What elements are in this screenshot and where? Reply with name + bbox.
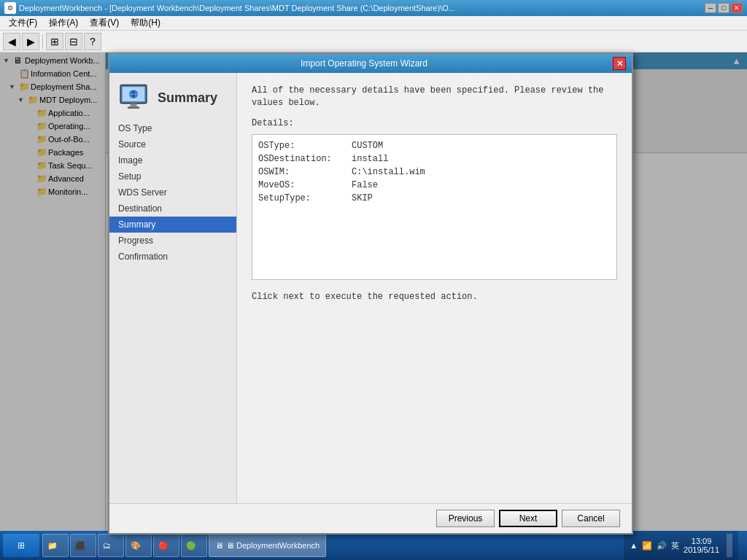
- lang-indicator[interactable]: 英: [671, 540, 679, 551]
- network-icon: 📶: [642, 541, 652, 551]
- detail-value: C:\install.wim: [352, 167, 425, 177]
- menu-bar: 文件(F) 操作(A) 查看(V) 帮助(H): [0, 16, 747, 31]
- menu-view[interactable]: 查看(V): [84, 15, 125, 31]
- dialog-nav-setup[interactable]: Setup: [109, 168, 236, 184]
- new-button[interactable]: ⊞: [46, 33, 63, 50]
- detail-value: install: [352, 154, 388, 164]
- app-icon2: 🟢: [186, 541, 196, 551]
- previous-button[interactable]: Previous: [436, 510, 495, 527]
- folder-icon: 📁: [47, 541, 58, 551]
- forward-button[interactable]: ▶: [22, 33, 39, 50]
- tray-arrow[interactable]: ▲: [630, 541, 638, 550]
- dialog-footer: Previous Next Cancel: [109, 503, 632, 533]
- dialog-nav-summary[interactable]: Summary: [109, 217, 236, 233]
- dialog-nav-os-type[interactable]: OS Type: [109, 120, 236, 136]
- detail-key: OSType:: [258, 141, 346, 151]
- window-controls: ─ □ ✕: [705, 3, 743, 13]
- system-tray: ▲ 📶 🔊 英 13:09 2019/5/11: [624, 531, 738, 560]
- toolbar: ◀ ▶ ⊞ ⊟ ?: [0, 31, 747, 52]
- start-button[interactable]: ⊞: [3, 534, 39, 557]
- time-display: 13:09: [684, 537, 719, 545]
- details-box: OSType: CUSTOM OSDestination: install OS…: [252, 134, 617, 280]
- taskbar-paint[interactable]: 🎨: [125, 534, 152, 557]
- taskbar-items: 📁 ⬛ 🗂 🎨 🔴 🟢 🖥 🖥 DeploymentWorkbench: [42, 534, 326, 557]
- dialog-nav-header: Summary: [109, 79, 236, 120]
- title-bar: ⚙ DeploymentWorkbench - [Deployment Work…: [0, 0, 747, 16]
- dialog-title-bar: Import Operating System Wizard ✕: [109, 54, 632, 73]
- detail-row-setuptype: SetupType: SKIP: [258, 193, 611, 203]
- restore-button[interactable]: □: [718, 3, 729, 13]
- detail-key: OSWIM:: [258, 167, 346, 177]
- show-desktop-btn[interactable]: [727, 534, 732, 557]
- explorer-icon: 🗂: [103, 541, 111, 550]
- detail-value: False: [352, 180, 378, 190]
- menu-action[interactable]: 操作(A): [43, 15, 84, 31]
- detail-row-moveos: MoveOS: False: [258, 180, 611, 190]
- taskbar-powershell[interactable]: ⬛: [70, 534, 96, 557]
- cancel-button[interactable]: Cancel: [562, 510, 620, 527]
- close-button[interactable]: ✕: [731, 3, 743, 13]
- dialog-title: Import Operating System Wizard: [115, 58, 613, 69]
- minimize-button[interactable]: ─: [705, 3, 716, 13]
- import-os-dialog: Import Operating System Wizard ✕: [108, 52, 633, 534]
- detail-row-ostype: OSType: CUSTOM: [258, 141, 611, 151]
- help-button[interactable]: ?: [84, 33, 101, 50]
- volume-icon: 🔊: [657, 541, 667, 551]
- taskbar-app1[interactable]: 🔴: [153, 534, 179, 557]
- paint-icon: 🎨: [131, 541, 141, 551]
- detail-value: SKIP: [352, 193, 373, 203]
- menu-file[interactable]: 文件(F): [3, 15, 43, 31]
- svg-rect-5: [131, 104, 137, 107]
- toolbar-separator: [42, 34, 43, 49]
- terminal-icon: ⬛: [75, 541, 85, 551]
- taskbar-app2[interactable]: 🟢: [181, 534, 207, 557]
- detail-row-osdest: OSDestination: install: [258, 154, 611, 164]
- taskbar-deployment-wb[interactable]: 🖥 🖥 DeploymentWorkbench: [209, 534, 326, 557]
- svg-rect-6: [128, 106, 139, 109]
- detail-key: OSDestination:: [258, 154, 346, 164]
- app-icon: 🔴: [158, 541, 169, 551]
- dialog-nav-progress[interactable]: Progress: [109, 233, 236, 249]
- dialog-nav-wds[interactable]: WDS Server: [109, 184, 236, 201]
- taskbar: ⊞ 📁 ⬛ 🗂 🎨 🔴 🟢 🖥 🖥 DeploymentWorkbench ▲ …: [0, 531, 747, 560]
- dialog-content: Summary OS Type Source Image Setup WDS S…: [109, 73, 632, 503]
- windows-icon: ⊞: [18, 540, 25, 551]
- date-display: 2019/5/11: [684, 545, 719, 554]
- detail-value: CUSTOM: [352, 141, 383, 151]
- dialog-nav-image[interactable]: Image: [109, 152, 236, 168]
- clock[interactable]: 13:09 2019/5/11: [684, 537, 719, 554]
- app-title: DeploymentWorkbench - [Deployment Workbe…: [19, 4, 705, 12]
- click-next-text: Click next to execute the requested acti…: [252, 292, 617, 302]
- taskbar-file-explorer[interactable]: 📁: [42, 534, 69, 557]
- next-button[interactable]: Next: [499, 510, 557, 527]
- detail-key: SetupType:: [258, 193, 346, 203]
- detail-row-oswim: OSWIM: C:\install.wim: [258, 167, 611, 177]
- taskbar-right: ▲ 📶 🔊 英 13:09 2019/5/11: [624, 531, 744, 560]
- dialog-nav-confirmation[interactable]: Confirmation: [109, 249, 236, 265]
- details-label: Details:: [252, 118, 617, 128]
- back-button[interactable]: ◀: [3, 33, 20, 50]
- modal-overlay: Import Operating System Wizard ✕: [0, 52, 747, 531]
- computer-icon: [115, 82, 152, 114]
- dialog-main: All of the necessary details have been s…: [237, 73, 632, 503]
- menu-help[interactable]: 帮助(H): [125, 15, 166, 31]
- detail-key: MoveOS:: [258, 180, 346, 190]
- dialog-description: All of the necessary details have been s…: [252, 85, 617, 109]
- dialog-close-button[interactable]: ✕: [613, 57, 626, 70]
- app-icon3: 🖥: [215, 541, 223, 550]
- dialog-nav-destination[interactable]: Destination: [109, 201, 236, 217]
- dialog-summary-title: Summary: [158, 90, 217, 106]
- delete-button[interactable]: ⊟: [65, 33, 82, 50]
- dialog-nav: Summary OS Type Source Image Setup WDS S…: [109, 73, 237, 503]
- app-icon: ⚙: [4, 2, 16, 14]
- taskbar-explorer2[interactable]: 🗂: [98, 534, 124, 557]
- dialog-nav-source[interactable]: Source: [109, 136, 236, 152]
